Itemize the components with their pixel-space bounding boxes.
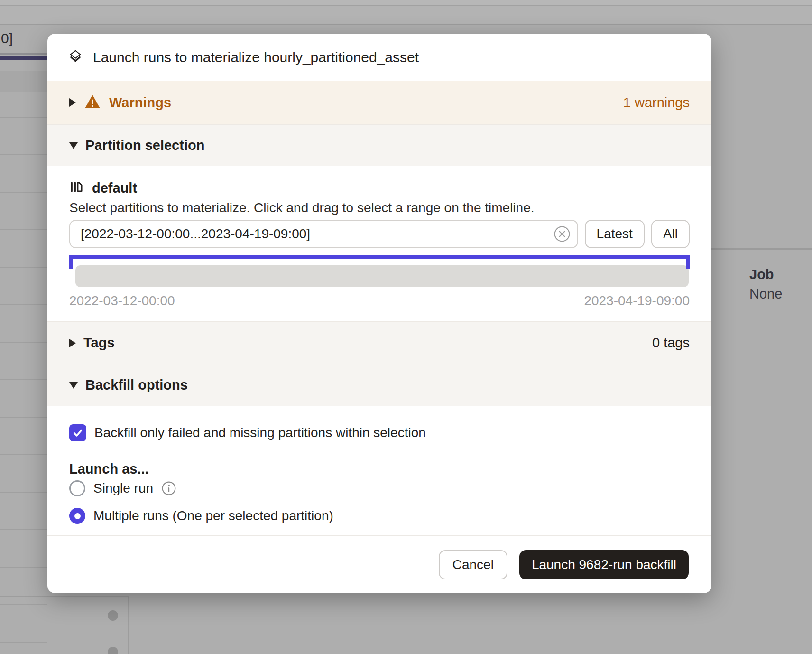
launch-as-label: Launch as... <box>69 461 690 477</box>
launch-backfill-dialog: Launch runs to materialize hourly_partit… <box>47 34 711 593</box>
backdrop-divider <box>0 24 812 25</box>
missing-partitions-checkbox-row[interactable]: Backfill only failed and missing partiti… <box>69 424 690 441</box>
partition-dimension-row: default <box>69 179 690 196</box>
multiple-runs-label: Multiple runs (One per selected partitio… <box>93 508 333 523</box>
caret-right-icon <box>69 339 76 347</box>
cancel-button[interactable]: Cancel <box>439 550 508 579</box>
partition-instructions: Select partitions to materialize. Click … <box>69 200 690 215</box>
single-run-label: Single run <box>93 481 153 496</box>
tags-header: Tags <box>83 335 115 351</box>
backdrop-panel-border <box>128 596 129 654</box>
partition-range-input[interactable] <box>69 220 578 248</box>
caret-down-icon <box>69 142 78 149</box>
backdrop-top-band <box>0 0 812 5</box>
warnings-section-toggle[interactable]: Warnings 1 warnings <box>47 81 711 124</box>
single-run-option-row[interactable]: Single run <box>69 479 690 498</box>
backdrop-job-column-header: Job <box>749 267 774 282</box>
backdrop-job-column-value: None <box>749 286 782 302</box>
dialog-title: Launch runs to materialize hourly_partit… <box>93 49 419 65</box>
all-button[interactable]: All <box>651 220 690 248</box>
warning-triangle-icon <box>84 94 101 111</box>
partition-range-input-wrap <box>69 220 578 248</box>
partition-selection-header: Partition selection <box>85 138 204 153</box>
clear-circle-icon <box>554 225 571 243</box>
timeline-end-label: 2023-04-19-09:00 <box>584 293 690 308</box>
backdrop-tab-underline <box>0 53 47 55</box>
partition-selection-section-toggle[interactable]: Partition selection <box>47 124 711 166</box>
caret-right-icon <box>69 98 76 107</box>
partition-range-row: Latest All <box>69 220 690 248</box>
checkmark-icon <box>72 427 84 439</box>
timeline-start-label: 2022-03-12-00:00 <box>69 293 175 308</box>
partition-dimension-name: default <box>92 180 137 196</box>
partition-selection-body: default Select partitions to materialize… <box>47 166 711 321</box>
single-run-info-button[interactable] <box>161 481 176 496</box>
dialog-footer: Cancel Launch 9682-run backfill <box>47 535 711 593</box>
backdrop-header-divider <box>711 248 812 250</box>
tags-section-toggle[interactable]: Tags 0 tags <box>47 321 711 364</box>
backfill-options-header: Backfill options <box>85 377 188 393</box>
tags-count-badge: 0 tags <box>652 335 690 351</box>
radio-dot <box>74 513 81 519</box>
dialog-header: Launch runs to materialize hourly_partit… <box>47 34 711 81</box>
partition-timeline[interactable] <box>75 265 689 287</box>
dimmed-backdrop: 0] Job None Launch runs to materialize h… <box>0 0 812 654</box>
missing-partitions-checkbox[interactable] <box>69 424 86 441</box>
launch-backfill-button[interactable]: Launch 9682-run backfill <box>519 550 689 579</box>
latest-button[interactable]: Latest <box>585 220 645 248</box>
backfill-options-body: Backfill only failed and missing partiti… <box>47 406 711 535</box>
timeline-range-labels: 2022-03-12-00:00 2023-04-19-09:00 <box>69 293 690 308</box>
multiple-runs-option-row[interactable]: Multiple runs (One per selected partitio… <box>69 506 690 525</box>
asset-group-icon <box>67 48 83 66</box>
info-icon <box>161 481 176 496</box>
warnings-count-badge: 1 warnings <box>623 95 690 111</box>
backdrop-input-fragment: 0] <box>1 30 13 47</box>
backdrop-active-tab-indicator <box>0 56 47 60</box>
clear-selection-button[interactable] <box>554 225 571 243</box>
timeline-selection-indicator <box>69 255 690 259</box>
backdrop-status-dot <box>108 647 118 654</box>
backdrop-status-dot <box>108 610 118 621</box>
partition-set-icon <box>69 180 83 196</box>
caret-down-icon <box>69 382 78 389</box>
backdrop-table-rows <box>0 80 47 654</box>
multiple-runs-radio[interactable] <box>69 508 85 524</box>
backdrop-panel-border <box>0 596 129 597</box>
warnings-label: Warnings <box>109 95 171 111</box>
single-run-radio[interactable] <box>69 480 85 496</box>
missing-partitions-checkbox-label: Backfill only failed and missing partiti… <box>94 425 426 440</box>
backfill-options-section-toggle[interactable]: Backfill options <box>47 364 711 406</box>
backdrop-toolbar-band <box>0 6 812 24</box>
